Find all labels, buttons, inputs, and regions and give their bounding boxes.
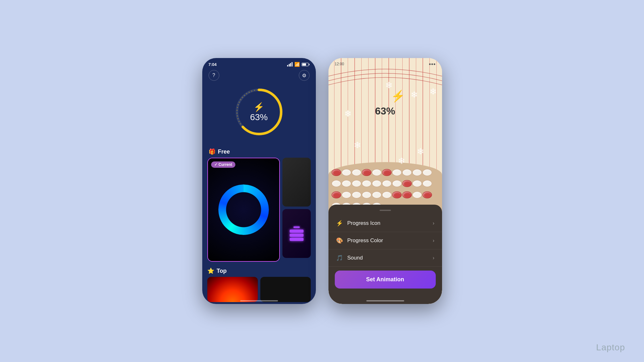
question-icon: ? bbox=[212, 73, 215, 78]
battery-neon-theme[interactable] bbox=[282, 209, 311, 258]
neon-bar-1 bbox=[290, 230, 304, 233]
top-themes-row bbox=[207, 277, 311, 302]
themes-grid: ✓ Current bbox=[202, 158, 316, 262]
header-icons: ? ⚙ bbox=[202, 69, 316, 82]
right-phone: 12:00 ●●● ❄ ❄ ❄ ❄ ❄ ❄ ❄ ⚡ 63% bbox=[328, 58, 442, 304]
gear-icon: ⚙ bbox=[302, 73, 306, 79]
bolt-icon: ⚡ bbox=[250, 102, 268, 112]
percent-display: 63% bbox=[250, 112, 268, 122]
apple-theme[interactable] bbox=[282, 158, 311, 207]
progress-color-left: 🎨 Progress Color bbox=[336, 237, 383, 244]
progress-color-row[interactable]: 🎨 Progress Color › bbox=[328, 232, 442, 249]
sound-menu-icon: 🎵 bbox=[336, 254, 343, 261]
blue-glow-ring bbox=[218, 184, 269, 235]
ring-center: ⚡ 63% bbox=[250, 102, 268, 122]
bottom-section: ⭐ Top bbox=[202, 262, 316, 302]
sound-row[interactable]: 🎵 Sound › bbox=[328, 249, 442, 267]
popcorn-scene: 12:00 ●●● ❄ ❄ ❄ ❄ ❄ ❄ ❄ ⚡ 63% bbox=[328, 58, 442, 213]
progress-icon-row[interactable]: ⚡ Progress Icon › bbox=[328, 215, 442, 232]
status-bar-right: 12:00 ●●● bbox=[328, 58, 442, 68]
current-theme[interactable]: ✓ Current bbox=[207, 158, 280, 262]
status-bar-left: 7:04 📶 bbox=[202, 58, 316, 69]
flower-6: ❄ bbox=[398, 156, 405, 166]
flower-4: ❄ bbox=[354, 140, 361, 150]
battery-neon bbox=[290, 226, 304, 241]
top-section-title: ⭐ Top bbox=[207, 264, 311, 277]
neon-bar-3 bbox=[290, 238, 304, 241]
time-left: 7:04 bbox=[209, 62, 217, 67]
top-label: Top bbox=[217, 268, 227, 274]
progress-color-chevron: › bbox=[433, 238, 434, 243]
neon-bar-2 bbox=[290, 234, 304, 237]
flower-3: ❄ bbox=[344, 108, 352, 119]
color-menu-icon: 🎨 bbox=[336, 237, 343, 244]
progress-icon-left: ⚡ Progress Icon bbox=[336, 220, 381, 227]
battery-ring: ⚡ 63% bbox=[232, 85, 286, 139]
home-indicator-right bbox=[366, 300, 404, 301]
themes-side bbox=[282, 158, 311, 262]
current-badge: ✓ Current bbox=[211, 161, 235, 168]
check-icon: ✓ bbox=[214, 162, 217, 167]
bat-top bbox=[293, 226, 300, 228]
scene-bolt-icon: ⚡ bbox=[391, 90, 405, 103]
status-icons-left: 📶 bbox=[287, 62, 310, 67]
home-indicator-left bbox=[240, 300, 278, 301]
signal-bar-2 bbox=[289, 64, 290, 67]
sound-label: Sound bbox=[347, 255, 363, 261]
signal-bar-3 bbox=[290, 63, 291, 67]
bolt-menu-icon: ⚡ bbox=[336, 220, 343, 227]
flower-2: ❄ bbox=[411, 90, 418, 100]
time-right: 12:00 bbox=[335, 62, 344, 66]
battery-status-icon bbox=[302, 63, 310, 66]
progress-color-label: Progress Color bbox=[347, 237, 383, 244]
laptop-watermark: Laptop bbox=[596, 342, 625, 353]
battery-ring-container: ⚡ 63% bbox=[202, 82, 316, 145]
right-status-icons: ●●● bbox=[429, 62, 436, 66]
gift-emoji: 🎁 bbox=[209, 148, 216, 155]
set-animation-button[interactable]: Set Animation bbox=[335, 271, 436, 289]
flower-5: ❄ bbox=[417, 146, 424, 157]
signal-bars bbox=[287, 62, 292, 67]
star-emoji: ⭐ bbox=[207, 267, 214, 274]
help-button[interactable]: ? bbox=[209, 70, 219, 81]
progress-icon-chevron: › bbox=[433, 220, 434, 226]
dark-theme[interactable] bbox=[260, 277, 311, 302]
signal-bar-1 bbox=[287, 65, 288, 67]
scene-percent: 63% bbox=[375, 105, 395, 117]
left-phone: 7:04 📶 ? bbox=[202, 58, 316, 304]
bottom-sheet: ⚡ Progress Icon › 🎨 Progress Color › 🎵 S… bbox=[328, 205, 442, 304]
sound-chevron: › bbox=[433, 255, 434, 261]
wifi-icon: 📶 bbox=[294, 62, 300, 67]
progress-icon-label: Progress Icon bbox=[347, 220, 381, 226]
signal-bar-4 bbox=[292, 62, 292, 67]
free-label: Free bbox=[218, 149, 230, 155]
fire-theme[interactable] bbox=[207, 277, 258, 302]
blue-ring-bg bbox=[208, 158, 279, 261]
free-section-title: 🎁 Free bbox=[202, 145, 316, 158]
settings-button[interactable]: ⚙ bbox=[299, 70, 310, 81]
sound-left: 🎵 Sound bbox=[336, 254, 363, 261]
